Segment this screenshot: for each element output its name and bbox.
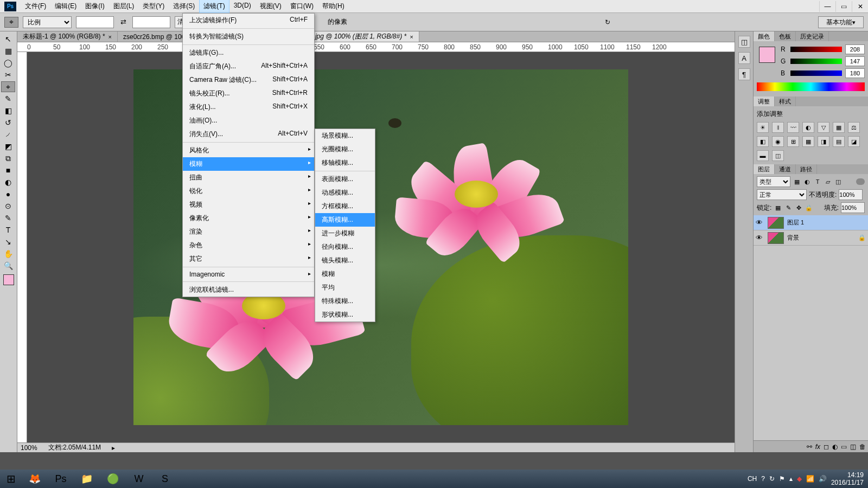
layer-row[interactable]: 👁背景🔒: [754, 230, 868, 246]
filter-menu-item[interactable]: 浏览联机滤镜...: [183, 283, 314, 297]
menu-视图[interactable]: 视图(V): [256, 0, 286, 13]
menu-3d[interactable]: 3D(D): [229, 0, 256, 13]
tab-layers[interactable]: 图层: [754, 164, 775, 174]
blur-menu-item[interactable]: 镜头模糊...: [315, 254, 375, 267]
threshold-icon[interactable]: ◪: [848, 136, 860, 147]
filter-smart-icon[interactable]: ◫: [834, 177, 843, 186]
tab-styles[interactable]: 样式: [775, 97, 796, 106]
g-slider[interactable]: [790, 59, 842, 64]
tool-11[interactable]: ■: [1, 165, 15, 176]
filter-toggle[interactable]: [856, 178, 865, 185]
filter-menu-item[interactable]: 上次滤镜操作(F)Ctrl+F: [183, 14, 314, 27]
menu-窗口[interactable]: 窗口(W): [286, 0, 318, 13]
clock[interactable]: 14:19 2016/11/17: [831, 471, 864, 487]
new-layer-icon[interactable]: ◫: [850, 443, 856, 451]
mixer-icon[interactable]: ⊞: [787, 136, 799, 147]
layer-filter-select[interactable]: 类型: [757, 176, 790, 187]
tool-18[interactable]: ✋: [1, 248, 15, 259]
menu-编辑[interactable]: 编辑(E): [50, 0, 81, 13]
tool-7[interactable]: ↺: [1, 117, 15, 128]
filter-menu-item[interactable]: 扭曲: [183, 171, 314, 184]
blur-menu-item[interactable]: 平均: [315, 281, 375, 294]
tab-color[interactable]: 颜色: [754, 31, 775, 41]
fx-icon[interactable]: fx: [815, 443, 820, 451]
tool-17[interactable]: ↘: [1, 236, 15, 247]
document-tab[interactable]: 未标题-1 @ 100% (RGB/8) *×: [17, 31, 118, 42]
filter-menu-item[interactable]: 液化(L)...Shift+Ctrl+X: [183, 100, 314, 114]
start-button[interactable]: ⊞: [0, 471, 22, 487]
menu-滤镜[interactable]: 滤镜(T): [199, 0, 229, 13]
taskbar-app[interactable]: 🟢: [101, 471, 125, 487]
paragraph-icon[interactable]: ¶: [738, 68, 750, 80]
tool-13[interactable]: ●: [1, 189, 15, 200]
layer-thumb[interactable]: [768, 232, 784, 244]
filter-text-icon[interactable]: T: [813, 177, 822, 186]
filter-menu-item[interactable]: 杂色: [183, 239, 314, 252]
group-icon[interactable]: ▭: [841, 443, 847, 451]
b-value[interactable]: [845, 68, 865, 78]
filter-menu-item[interactable]: Camera Raw 滤镜(C)...Shift+Ctrl+A: [183, 73, 314, 87]
tray-help-icon[interactable]: ?: [761, 475, 765, 483]
tool-14[interactable]: ⊙: [1, 201, 15, 211]
r-value[interactable]: [845, 44, 865, 54]
balance-icon[interactable]: ⚖: [848, 122, 860, 133]
invert-icon[interactable]: ◨: [818, 136, 829, 147]
blur-menu-item[interactable]: 场景模糊...: [315, 129, 375, 143]
tool-10[interactable]: ⧉: [1, 153, 15, 164]
close-tab-icon[interactable]: ×: [108, 34, 112, 40]
tab-swatches[interactable]: 色板: [775, 31, 796, 41]
blur-menu-item[interactable]: 模糊: [315, 267, 375, 281]
minimize-button[interactable]: —: [819, 1, 835, 12]
taskbar-app[interactable]: W: [127, 471, 151, 487]
fill-adj-icon[interactable]: ◐: [832, 443, 838, 451]
filter-menu-item[interactable]: Imagenomic: [183, 268, 314, 280]
r-slider[interactable]: [790, 47, 842, 52]
filter-menu-item[interactable]: 自适应广角(A)...Alt+Shift+Ctrl+A: [183, 60, 314, 73]
foreground-color[interactable]: [759, 47, 775, 63]
filter-menu-item[interactable]: 油画(O)...: [183, 114, 314, 127]
filter-menu-item[interactable]: 镜头校正(R)...Shift+Ctrl+R: [183, 87, 314, 100]
close-tab-icon[interactable]: ×: [410, 34, 413, 40]
tab-channels[interactable]: 通道: [775, 164, 796, 174]
filter-menu-item[interactable]: 消失点(V)...Alt+Ctrl+V: [183, 127, 314, 141]
filter-menu-item[interactable]: 滤镜库(G)...: [183, 46, 314, 60]
gradient-map-icon[interactable]: ▬: [757, 150, 769, 161]
tool-8[interactable]: ⟋: [1, 129, 15, 140]
taskbar-app[interactable]: S: [153, 471, 177, 487]
height-input[interactable]: [132, 16, 170, 28]
filter-adj-icon[interactable]: ◐: [803, 177, 812, 186]
mask-icon[interactable]: ◻: [824, 443, 829, 451]
tool-6[interactable]: ◧: [1, 105, 15, 116]
lock-pos-icon[interactable]: ✥: [794, 203, 803, 212]
blur-menu-item[interactable]: 光圈模糊...: [315, 143, 375, 156]
ratio-select[interactable]: 比例: [23, 16, 72, 28]
tool-0[interactable]: ↖: [1, 34, 15, 44]
tool-16[interactable]: T: [1, 224, 15, 235]
tray-flag-icon[interactable]: ⚑: [779, 475, 785, 483]
taskbar-app[interactable]: 🦊: [23, 471, 47, 487]
taskbar-app[interactable]: 📁: [75, 471, 99, 487]
visibility-icon[interactable]: 👁: [756, 219, 764, 227]
tray-up-icon[interactable]: ▴: [789, 475, 793, 483]
status-arrow[interactable]: ▸: [112, 444, 115, 452]
swap-icon[interactable]: ⇄: [118, 17, 128, 27]
filter-shape-icon[interactable]: ▱: [824, 177, 832, 186]
menu-图层[interactable]: 图层(L): [109, 0, 139, 13]
blur-menu-item[interactable]: 特殊模糊...: [315, 294, 375, 308]
blur-menu-item[interactable]: 高斯模糊...: [315, 213, 375, 227]
tool-2[interactable]: ◯: [1, 57, 15, 68]
history-icon[interactable]: ◫: [738, 36, 750, 48]
selective-icon[interactable]: ◫: [772, 150, 784, 161]
brightness-icon[interactable]: ☀: [757, 122, 769, 133]
blur-menu-item[interactable]: 形状模糊...: [315, 308, 375, 322]
link-layers-icon[interactable]: ⚯: [807, 443, 812, 451]
workspace-selector[interactable]: 基本功能 ▾: [818, 16, 864, 28]
menu-类型[interactable]: 类型(Y): [138, 0, 169, 13]
filter-menu-item[interactable]: 其它: [183, 252, 314, 266]
ime-indicator[interactable]: CH: [748, 475, 757, 483]
taskbar-app[interactable]: Ps: [49, 471, 73, 487]
filter-menu-item[interactable]: 锐化: [183, 184, 314, 198]
color-spectrum[interactable]: [757, 82, 865, 91]
character-icon[interactable]: A: [738, 52, 750, 64]
filter-menu-item[interactable]: 转换为智能滤镜(S): [183, 30, 314, 43]
